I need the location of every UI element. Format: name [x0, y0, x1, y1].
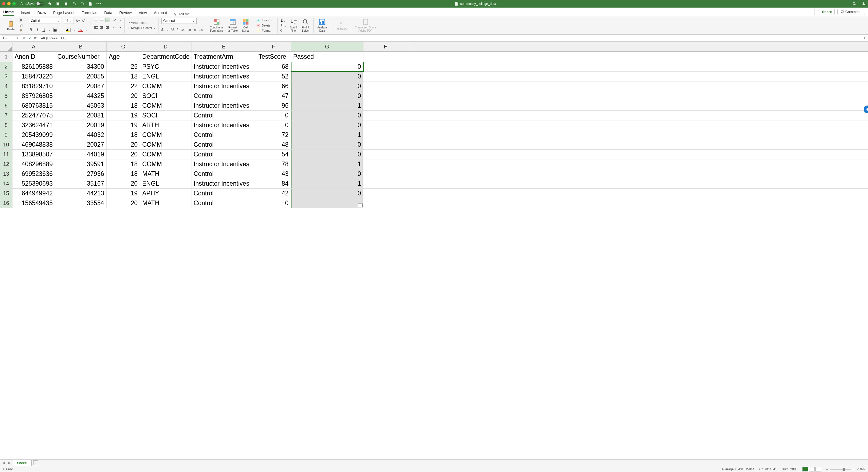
cell[interactable]: SOCI [140, 91, 191, 101]
cell[interactable]: MATH [140, 198, 191, 208]
search-icon[interactable] [852, 2, 857, 6]
redo-icon[interactable] [80, 2, 84, 6]
delete-cells-button[interactable]: Delete ⌄ [256, 23, 275, 28]
cell[interactable]: 96 [256, 101, 291, 111]
row-header[interactable]: 5 [0, 91, 12, 101]
cell[interactable]: 18 [106, 130, 140, 140]
cell[interactable]: 84 [256, 179, 291, 188]
cell[interactable]: COMM [140, 101, 191, 111]
cell-styles-button[interactable]: Cell Styles [241, 19, 250, 32]
horizontal-align[interactable] [94, 25, 110, 30]
undo-icon[interactable] [72, 2, 76, 6]
format-painter-icon[interactable] [19, 29, 23, 33]
header-cell[interactable]: TreatmentArm [191, 52, 256, 62]
cell[interactable]: Control [191, 189, 256, 198]
cell[interactable]: 33554 [55, 198, 106, 208]
normal-view-icon[interactable] [802, 467, 808, 471]
cell[interactable]: 0 [291, 150, 364, 159]
autofill-handle[interactable] [358, 204, 363, 207]
autosave-switch[interactable]: OFF [36, 2, 44, 6]
cell[interactable]: 158473226 [12, 72, 55, 81]
row-header[interactable]: 15 [0, 189, 12, 198]
cell[interactable]: COMM [140, 150, 191, 159]
cell[interactable]: Instructor Incentives [191, 72, 256, 81]
cell[interactable]: 0 [256, 111, 291, 120]
maximize-window[interactable] [12, 2, 16, 5]
add-sheet-button[interactable]: + [33, 460, 38, 465]
spreadsheet-grid[interactable]: ABCDEFGH 1AnonIDCourseNumberAgeDepartmen… [0, 42, 868, 459]
cell[interactable]: 45063 [55, 101, 106, 111]
cell[interactable]: ENGL [140, 179, 191, 188]
cell[interactable]: Control [191, 140, 256, 149]
cell[interactable]: 0 [256, 198, 291, 208]
orientation-button[interactable]: ⤢ [113, 18, 117, 22]
home-icon[interactable] [48, 2, 52, 6]
cell[interactable]: Instructor Incentives [191, 159, 256, 169]
cell[interactable]: 54 [256, 150, 291, 159]
conditional-formatting-button[interactable]: Conditional Formatting [209, 19, 224, 32]
cell[interactable] [364, 120, 408, 130]
col-header-F[interactable]: F [256, 42, 291, 52]
cell[interactable]: 68 [256, 62, 291, 71]
account-icon[interactable] [862, 2, 866, 6]
decrease-font-icon[interactable]: A▼ [82, 19, 86, 23]
col-header-C[interactable]: C [106, 42, 140, 52]
font-size-select[interactable]: 11⌄ [63, 18, 74, 24]
cell[interactable]: 0 [291, 140, 364, 149]
cell[interactable] [364, 91, 408, 101]
row-header[interactable]: 9 [0, 130, 12, 140]
cell[interactable]: Control [191, 111, 256, 120]
comments-button[interactable]: Comments [837, 9, 865, 15]
collapse-ribbon-icon[interactable]: ⌄ [864, 35, 866, 38]
cell[interactable]: APHY [140, 189, 191, 198]
col-header-H[interactable]: H [364, 42, 408, 52]
formula-input[interactable]: =IF(F2>=70,1,0) [39, 35, 861, 40]
vertical-align[interactable] [94, 18, 110, 22]
cell[interactable] [364, 198, 408, 208]
format-cells-button[interactable]: Format ⌄ [256, 28, 275, 33]
cell[interactable]: 20055 [55, 72, 106, 81]
cell[interactable]: 20 [106, 198, 140, 208]
cell[interactable]: 20 [106, 140, 140, 149]
cell[interactable]: 44019 [55, 150, 106, 159]
copy-icon[interactable] [19, 23, 23, 28]
cell[interactable] [364, 62, 408, 71]
merge-center-button[interactable]: ⬌Merge & Center ⌄ [127, 26, 156, 30]
cell[interactable]: 20 [106, 150, 140, 159]
decrease-indent-icon[interactable]: ⇤ [113, 25, 116, 30]
row-header[interactable]: 14 [0, 179, 12, 188]
cell[interactable]: ARTH [140, 120, 191, 130]
cell[interactable] [364, 189, 408, 198]
cell[interactable]: Instructor Incentives [191, 82, 256, 91]
cell[interactable] [364, 72, 408, 81]
cell[interactable]: 831829710 [12, 82, 55, 91]
cell[interactable]: 20 [106, 91, 140, 101]
close-window[interactable] [2, 2, 5, 5]
cell[interactable] [364, 111, 408, 120]
cell[interactable]: 20027 [55, 140, 106, 149]
zoom-out-icon[interactable]: − [826, 467, 828, 471]
cell[interactable]: 20019 [55, 120, 106, 130]
cell[interactable]: 0 [291, 62, 364, 71]
cell[interactable]: 72 [256, 130, 291, 140]
cell[interactable]: 826105888 [12, 62, 55, 71]
cell[interactable]: 48 [256, 140, 291, 149]
cell[interactable]: COMM [140, 82, 191, 91]
cell[interactable] [364, 82, 408, 91]
row-header[interactable]: 8 [0, 120, 12, 130]
zoom-slider[interactable] [830, 469, 851, 470]
row-header[interactable]: 1 [0, 52, 12, 62]
cell[interactable]: COMM [140, 140, 191, 149]
col-header-D[interactable]: D [140, 42, 191, 52]
format-as-table-button[interactable]: Format as Table [226, 19, 239, 32]
currency-button[interactable]: $ [161, 28, 164, 32]
comma-button[interactable]: ❜ [177, 28, 179, 32]
minimize-window[interactable] [7, 2, 10, 5]
increase-font-icon[interactable]: A▲ [75, 19, 80, 23]
tab-insert[interactable]: Insert [20, 9, 31, 16]
row-header[interactable]: 7 [0, 111, 12, 120]
fx-icon[interactable]: fx [34, 36, 36, 40]
share-button[interactable]: Share [814, 9, 835, 15]
analyze-data-button[interactable]: Analyze Data [316, 19, 328, 32]
cell[interactable]: PSYC [140, 62, 191, 71]
